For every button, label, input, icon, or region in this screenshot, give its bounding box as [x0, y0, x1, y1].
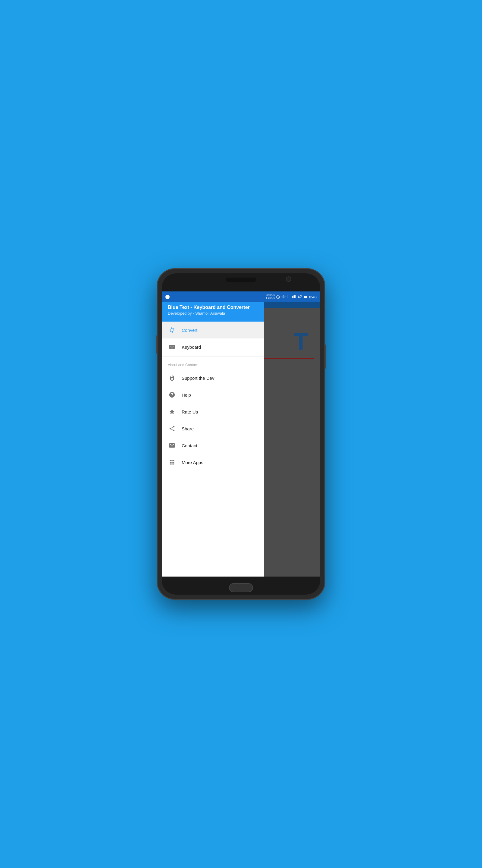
more-apps-label: More Apps	[182, 460, 203, 465]
drawer-item-support-dev[interactable]: Support the Dev	[162, 370, 264, 386]
data-icon	[298, 295, 302, 299]
help-label: Help	[182, 393, 191, 398]
about-section-title: About and Contact	[162, 358, 264, 370]
signal-icon	[287, 295, 291, 299]
camera	[286, 276, 291, 282]
drawer-item-contact[interactable]: Contact	[162, 437, 264, 454]
rate-us-label: Rate Us	[182, 409, 198, 414]
drawer-shadow-overlay[interactable]	[264, 291, 320, 577]
help-icon	[168, 391, 176, 399]
signal-bars-icon	[292, 295, 296, 299]
clock-icon	[276, 295, 280, 299]
volume-button	[156, 336, 158, 353]
share-icon	[168, 424, 176, 433]
wifi-icon	[281, 295, 286, 299]
app-name-label: Blue Text - Keyboard and Converter	[168, 305, 258, 310]
convert-icon	[168, 326, 176, 334]
contact-label: Contact	[182, 443, 197, 448]
phone-screen-outer: 60kB/s 1.4kB/s	[162, 273, 320, 595]
grid-icon	[168, 458, 176, 467]
status-bar: 60kB/s 1.4kB/s	[162, 291, 320, 302]
keyboard-icon	[168, 343, 176, 351]
drawer-item-help[interactable]: Help	[162, 386, 264, 403]
home-button[interactable]	[229, 583, 253, 592]
drawer-divider-1	[162, 356, 264, 357]
drawer-item-rate-us[interactable]: Rate Us	[162, 403, 264, 420]
navigation-drawer: Blue Text - Keyboard and Converter Devel…	[162, 291, 264, 577]
email-icon	[168, 441, 176, 450]
network-speed: 60kB/s 1.4kB/s	[266, 294, 275, 300]
status-time: 8:48	[309, 295, 317, 299]
keyboard-label: Keyboard	[182, 344, 201, 350]
screen: 60kB/s 1.4kB/s	[162, 291, 320, 577]
support-dev-label: Support the Dev	[182, 375, 214, 381]
flame-icon	[168, 374, 176, 382]
drawer-item-more-apps[interactable]: More Apps	[162, 454, 264, 471]
drawer-item-keyboard[interactable]: Keyboard	[162, 338, 264, 355]
speaker	[226, 278, 256, 282]
share-label: Share	[182, 426, 194, 431]
phone-device: 60kB/s 1.4kB/s	[157, 268, 325, 600]
developer-label: Developed by - Shamoil Arsiwala	[168, 311, 258, 315]
star-icon	[168, 407, 176, 416]
drawer-item-share[interactable]: Share	[162, 420, 264, 437]
power-button	[324, 344, 326, 369]
drawer-item-convert[interactable]: Convert	[162, 321, 264, 338]
convert-label: Convert	[182, 328, 198, 333]
status-icons: 60kB/s 1.4kB/s	[266, 294, 317, 300]
battery-icon	[303, 295, 308, 299]
notification-dot	[165, 295, 170, 299]
drawer-nav-items: Convert Keyboard About and Contact	[162, 321, 264, 577]
